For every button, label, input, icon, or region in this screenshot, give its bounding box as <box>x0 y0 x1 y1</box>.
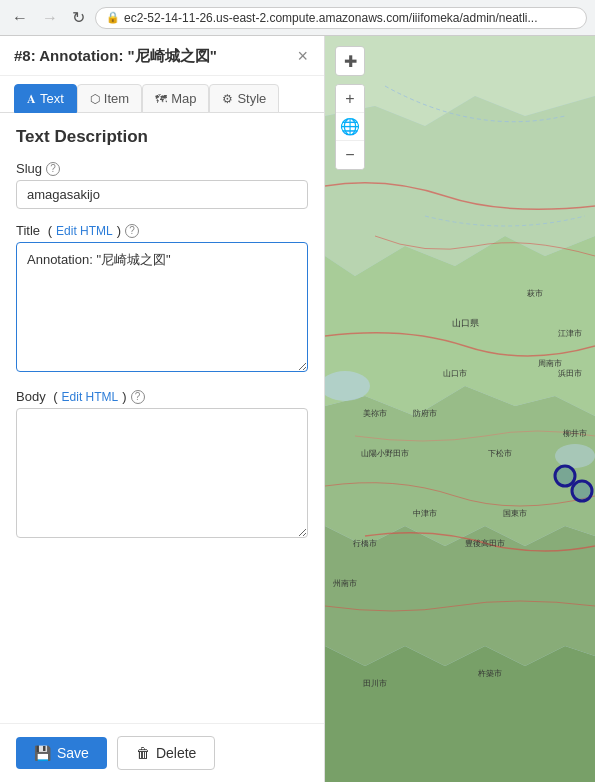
title-label: Title ( Edit HTML ) ? <box>16 223 308 238</box>
close-button[interactable]: × <box>295 46 310 67</box>
svg-text:下松市: 下松市 <box>488 449 512 458</box>
tab-bar: 𝐀 Text ⬡ Item 🗺 Map ⚙ Style <box>0 76 324 113</box>
slug-group: Slug ? <box>16 161 308 209</box>
svg-marker-6 <box>325 646 595 782</box>
tab-map[interactable]: 🗺 Map <box>142 84 209 113</box>
svg-text:国東市: 国東市 <box>503 509 527 518</box>
tab-item[interactable]: ⬡ Item <box>77 84 142 113</box>
svg-text:浜田市: 浜田市 <box>558 369 582 378</box>
svg-text:豊後高田市: 豊後高田市 <box>465 539 505 548</box>
url-text: ec2-52-14-11-26.us-east-2.compute.amazon… <box>124 11 538 25</box>
body-group: Body ( Edit HTML ) ? <box>16 389 308 541</box>
body-textarea[interactable] <box>16 408 308 538</box>
map-tab-icon: 🗺 <box>155 92 167 106</box>
svg-text:江津市: 江津市 <box>558 329 582 338</box>
body-help-icon[interactable]: ? <box>131 390 145 404</box>
save-icon: 💾 <box>34 745 51 761</box>
title-group: Title ( Edit HTML ) ? Annotation: "尼崎城之図… <box>16 223 308 375</box>
zoom-in-button[interactable]: + <box>336 85 364 113</box>
svg-text:中津市: 中津市 <box>413 509 437 518</box>
annotation-header: #8: Annotation: "尼崎城之図" × <box>0 36 324 76</box>
title-help-icon[interactable]: ? <box>125 224 139 238</box>
pan-control[interactable]: ✚ <box>336 47 364 75</box>
left-panel: #8: Annotation: "尼崎城之図" × 𝐀 Text ⬡ Item … <box>0 36 325 782</box>
map-panel: 山口県 山口市 周南市 防府市 美祢市 山陽小野田市 下松市 柳井市 江津市 浜… <box>325 36 595 782</box>
item-tab-icon: ⬡ <box>90 92 100 106</box>
slug-help-icon[interactable]: ? <box>46 162 60 176</box>
section-title: Text Description <box>16 127 308 147</box>
delete-label: Delete <box>156 745 196 761</box>
svg-text:行橋市: 行橋市 <box>353 539 377 548</box>
save-label: Save <box>57 745 89 761</box>
form-area: Text Description Slug ? Title ( Edit HTM… <box>0 113 324 723</box>
reload-button[interactable]: ↻ <box>68 6 89 29</box>
svg-point-8 <box>555 444 595 468</box>
slug-input[interactable] <box>16 180 308 209</box>
title-textarea[interactable]: Annotation: "尼崎城之図" <box>16 242 308 372</box>
svg-text:州南市: 州南市 <box>333 579 357 588</box>
delete-icon: 🗑 <box>136 745 150 761</box>
svg-text:美祢市: 美祢市 <box>363 409 387 418</box>
map-svg: 山口県 山口市 周南市 防府市 美祢市 山陽小野田市 下松市 柳井市 江津市 浜… <box>325 36 595 782</box>
zoom-world-button[interactable]: 🌐 <box>336 113 364 141</box>
main-content: #8: Annotation: "尼崎城之図" × 𝐀 Text ⬡ Item … <box>0 36 595 782</box>
nav-control-group: ✚ <box>335 46 365 76</box>
tab-item-label: Item <box>104 91 129 106</box>
body-label: Body ( Edit HTML ) ? <box>16 389 308 404</box>
annotation-title: #8: Annotation: "尼崎城之図" <box>14 47 217 66</box>
svg-text:山陽小野田市: 山陽小野田市 <box>361 449 409 458</box>
tab-style[interactable]: ⚙ Style <box>209 84 279 113</box>
style-tab-icon: ⚙ <box>222 92 233 106</box>
tab-style-label: Style <box>237 91 266 106</box>
address-bar[interactable]: 🔒 ec2-52-14-11-26.us-east-2.compute.amaz… <box>95 7 587 29</box>
slug-label: Slug ? <box>16 161 308 176</box>
tab-map-label: Map <box>171 91 196 106</box>
browser-chrome: ← → ↻ 🔒 ec2-52-14-11-26.us-east-2.comput… <box>0 0 595 36</box>
svg-point-27 <box>555 466 575 486</box>
body-edit-html-link[interactable]: Edit HTML <box>62 390 119 404</box>
tab-text[interactable]: 𝐀 Text <box>14 84 77 113</box>
forward-button[interactable]: → <box>38 7 62 29</box>
svg-text:杵築市: 杵築市 <box>477 669 502 678</box>
save-button[interactable]: 💾 Save <box>16 737 107 769</box>
svg-text:田川市: 田川市 <box>363 679 387 688</box>
text-tab-icon: 𝐀 <box>27 92 36 106</box>
map-controls: ✚ + 🌐 − <box>335 46 365 170</box>
zoom-out-button[interactable]: − <box>336 141 364 169</box>
svg-marker-2 <box>325 96 595 276</box>
svg-text:山口県: 山口県 <box>452 318 479 328</box>
svg-text:周南市: 周南市 <box>538 359 562 368</box>
delete-button[interactable]: 🗑 Delete <box>117 736 215 770</box>
svg-text:山口市: 山口市 <box>443 369 467 378</box>
title-edit-html-link[interactable]: Edit HTML <box>56 224 113 238</box>
tab-text-label: Text <box>40 91 64 106</box>
svg-point-28 <box>572 481 592 501</box>
svg-text:柳井市: 柳井市 <box>563 429 587 438</box>
svg-text:萩市: 萩市 <box>527 289 543 298</box>
back-button[interactable]: ← <box>8 7 32 29</box>
lock-icon: 🔒 <box>106 11 120 24</box>
zoom-control-group: + 🌐 − <box>335 84 365 170</box>
svg-text:防府市: 防府市 <box>413 409 437 418</box>
footer-buttons: 💾 Save 🗑 Delete <box>0 723 324 782</box>
